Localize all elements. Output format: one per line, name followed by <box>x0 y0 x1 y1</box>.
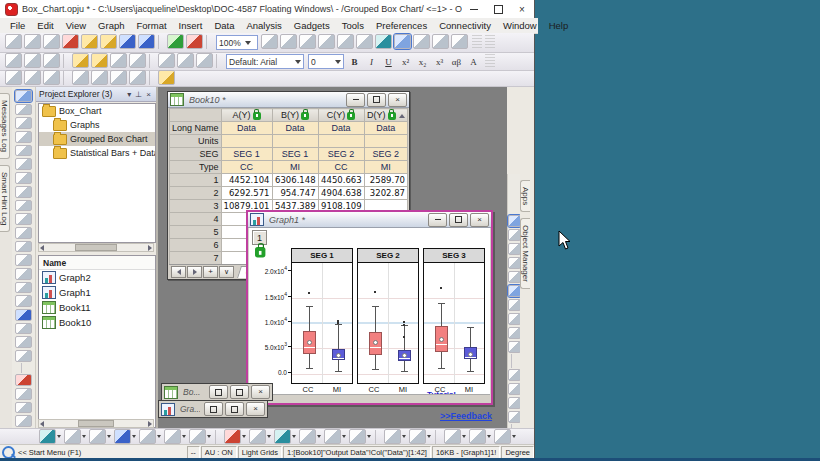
new-graph-icon[interactable] <box>62 34 79 49</box>
data-cell[interactable]: 4452.104 <box>221 174 272 187</box>
book10-maximize-button[interactable] <box>367 93 386 107</box>
column-plot-dropdown-icon[interactable] <box>132 435 136 438</box>
theme-organizer-icon[interactable] <box>72 53 89 68</box>
spline-plot-icon[interactable] <box>508 257 521 269</box>
object-edit-icon[interactable] <box>15 388 32 400</box>
print-icon[interactable] <box>261 34 278 49</box>
save-icon[interactable] <box>119 34 136 49</box>
cut-icon[interactable] <box>5 53 22 68</box>
zoom-tool-icon[interactable] <box>413 34 430 49</box>
insert-equation-icon[interactable] <box>15 241 32 253</box>
list-item-book11[interactable]: Book11 <box>39 300 155 315</box>
edit-mode-icon[interactable] <box>177 53 194 68</box>
copy-format-icon[interactable] <box>110 53 127 68</box>
lt-console-icon[interactable] <box>110 70 127 85</box>
tree-folder-statistical-bars-+-data[interactable]: Statistical Bars + Data <box>39 146 155 160</box>
tree-folder-graphs[interactable]: Graphs <box>39 118 155 132</box>
image-plot-dropdown-icon[interactable] <box>367 435 371 438</box>
align-horizontal-icon[interactable] <box>15 415 32 427</box>
data-cell[interactable]: 954.747 <box>272 187 318 200</box>
3d-scatter-icon[interactable] <box>249 429 266 444</box>
header-cell[interactable] <box>364 135 407 148</box>
polygon-mask-icon[interactable] <box>15 350 32 362</box>
refresh-icon[interactable] <box>356 34 373 49</box>
header-cell[interactable]: SEG 1 <box>221 148 272 161</box>
list-header[interactable]: Name <box>39 256 155 270</box>
paste-format-icon[interactable] <box>129 53 146 68</box>
project-explorer-header[interactable]: Project Explorer (3) ▾ ⊥ × <box>36 87 156 102</box>
align-vertical-icon[interactable] <box>15 402 32 414</box>
sheet-next-button[interactable] <box>187 266 202 278</box>
3d-surface-dropdown-icon[interactable] <box>292 435 296 438</box>
arrow-tool-icon[interactable] <box>15 254 32 266</box>
contour-plot-icon[interactable] <box>299 429 316 444</box>
single-panel-icon[interactable] <box>508 299 521 311</box>
scatter-central-icon[interactable] <box>508 229 521 241</box>
new-project-icon[interactable] <box>5 34 22 49</box>
format-apply-format-button[interactable]: A <box>466 54 481 69</box>
new-workbook-icon[interactable] <box>43 34 60 49</box>
move-tool-icon[interactable] <box>15 131 32 143</box>
rectangle-tool-icon[interactable] <box>15 282 32 294</box>
multi-panel-plot-icon[interactable] <box>164 429 181 444</box>
format-supersubscript-button[interactable]: x³ <box>432 54 447 69</box>
header-cell[interactable]: Data <box>318 122 364 135</box>
open-icon[interactable] <box>81 34 98 49</box>
header-cell[interactable]: SEG 2 <box>318 148 364 161</box>
template-library-dropdown-icon[interactable] <box>207 435 211 438</box>
header-cell[interactable]: SEG 2 <box>364 148 407 161</box>
graph1-close-button[interactable]: × <box>470 213 489 227</box>
header-cell[interactable] <box>272 135 318 148</box>
multi-panel-plot-dropdown-icon[interactable] <box>182 435 186 438</box>
statistics-plot-icon[interactable] <box>324 429 341 444</box>
undo-icon[interactable] <box>158 70 175 85</box>
header-cell[interactable]: Data <box>272 122 318 135</box>
layer-manager-dropdown-icon[interactable] <box>462 435 466 438</box>
contour-plot-dropdown-icon[interactable] <box>317 435 321 438</box>
restore-button[interactable] <box>204 402 223 416</box>
arrange-windows-icon[interactable] <box>337 34 354 49</box>
insert-graph-object-icon[interactable] <box>15 323 32 335</box>
menu-graph[interactable]: Graph <box>92 19 130 32</box>
axis-left-icon[interactable] <box>508 383 521 395</box>
line-symbol-plot-icon[interactable] <box>89 429 106 444</box>
list-item-graph2[interactable]: Graph2 <box>39 270 155 285</box>
menu-preferences[interactable]: Preferences <box>370 19 433 32</box>
title-bar[interactable]: Box_Chart.opju * - C:\Users\jacqueline\D… <box>0 0 534 19</box>
template-library-icon[interactable] <box>189 429 206 444</box>
menu-format[interactable]: Format <box>131 19 173 32</box>
header-cell[interactable] <box>221 135 272 148</box>
sqrt-formula-icon[interactable] <box>15 309 32 321</box>
data-selector-icon[interactable] <box>15 186 32 198</box>
spacing-decrease-icon[interactable] <box>494 429 511 444</box>
save-project-as-icon[interactable] <box>91 70 108 85</box>
header-cell[interactable]: SEG 1 <box>272 148 318 161</box>
list-item-graph1[interactable]: Graph1 <box>39 285 155 300</box>
tree-folder-grouped-box-chart[interactable]: Grouped Box Chart <box>39 132 155 146</box>
format-italic-button[interactable]: I <box>364 54 379 69</box>
scatter-plot-dropdown-icon[interactable] <box>82 435 86 438</box>
mask-toggle-icon[interactable] <box>196 53 213 68</box>
forward-arrow-icon[interactable] <box>24 70 41 85</box>
freehand-tool-icon[interactable] <box>15 295 32 307</box>
menu-data[interactable]: Data <box>208 19 240 32</box>
menu-file[interactable]: File <box>4 19 31 32</box>
graph1-canvas[interactable]: 1 SEG 1SEG 2SEG 3 Tutorial CCMICCMICCMI2… <box>249 228 490 394</box>
line-tool-icon[interactable] <box>15 268 32 280</box>
header-cell[interactable]: CC <box>221 161 272 174</box>
import-wizard-icon[interactable] <box>167 34 184 49</box>
step-plot-icon[interactable] <box>508 243 521 255</box>
zoom-combo[interactable]: 100% <box>216 35 258 50</box>
data-cell[interactable]: 3202.87 <box>364 187 407 200</box>
list-item-book10[interactable]: Book10 <box>39 315 155 330</box>
paste-icon[interactable] <box>43 53 60 68</box>
collaboration-icon[interactable] <box>375 34 392 49</box>
menu-edit[interactable]: Edit <box>31 19 59 32</box>
panel-close-icon[interactable]: × <box>144 90 153 99</box>
axis-frame-icon[interactable] <box>508 411 521 423</box>
close-button[interactable]: × <box>510 1 534 18</box>
data-reader-icon[interactable] <box>15 158 32 170</box>
menu-window[interactable]: Window <box>497 19 543 32</box>
spacing-increase-dropdown-icon[interactable] <box>487 435 491 438</box>
format-subscript-button[interactable]: x₂ <box>415 54 430 69</box>
